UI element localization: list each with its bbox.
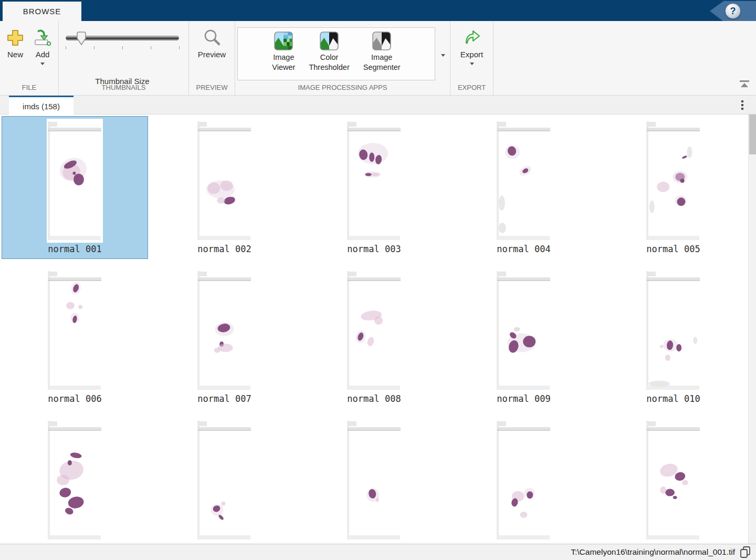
- slider-tick: [66, 46, 66, 49]
- thumbnail-cell[interactable]: normal 003: [299, 115, 449, 264]
- new-label: New: [7, 50, 23, 59]
- slider-tick: [151, 46, 151, 49]
- thumbnail-cell[interactable]: [449, 414, 598, 544]
- app-label-line: Segmenter: [363, 63, 401, 72]
- export-button[interactable]: Export: [455, 21, 489, 84]
- slide-image: [346, 418, 402, 542]
- thumbnail-label: normal 001: [48, 244, 101, 254]
- thumbnail-cell[interactable]: [150, 414, 299, 544]
- thumbnail-cell[interactable]: normal 008: [299, 264, 449, 414]
- toolstrip: New Add FILE: [0, 21, 756, 96]
- thumbnail-cell[interactable]: normal 004: [449, 115, 598, 264]
- kebab-menu-icon[interactable]: [741, 100, 743, 111]
- thumbnail-cell[interactable]: normal 010: [598, 264, 748, 414]
- thumbnail-label: normal 006: [48, 393, 101, 404]
- slider-tick: [94, 46, 94, 49]
- section-export: Export EXPORT: [450, 21, 494, 95]
- thumbnail-cell[interactable]: [0, 414, 150, 544]
- copy-icon: [738, 545, 753, 559]
- app-image-viewer[interactable]: Image Viewer: [265, 28, 302, 72]
- slide-image: [196, 418, 253, 542]
- preview-label: Preview: [198, 50, 226, 59]
- apps-gallery: Image Viewer: [237, 27, 435, 80]
- section-thumbnails: Thumbnail Size THUMBNAILS: [59, 21, 189, 95]
- help-button[interactable]: ?: [725, 3, 741, 19]
- copy-path-button[interactable]: [738, 545, 753, 559]
- help-banner: ?: [710, 1, 756, 22]
- thumbnail-label: normal 003: [347, 244, 401, 254]
- green-share-arrow-icon: [463, 28, 481, 47]
- add-button[interactable]: Add: [29, 21, 56, 84]
- slide-image: [47, 418, 103, 542]
- thumbnail-label: normal 009: [497, 393, 550, 404]
- dropdown-arrow-icon: [441, 54, 445, 57]
- slider-tick: [122, 46, 123, 49]
- collapse-toolstrip-button[interactable]: [738, 79, 751, 91]
- statusbar: T:\Camelyon16\training\normal\normal_001…: [0, 544, 756, 560]
- slide-image: [346, 268, 402, 392]
- slide-image: [496, 119, 552, 243]
- slider-handle[interactable]: [77, 32, 86, 45]
- gallery-expand-button[interactable]: [436, 27, 450, 84]
- tab-browse[interactable]: BROWSE: [3, 2, 81, 21]
- thumbnail-cell[interactable]: normal 002: [150, 115, 299, 264]
- download-into-tray-icon: [33, 28, 52, 47]
- slider-tick: [179, 46, 180, 49]
- vertical-scrollbar[interactable]: [748, 115, 756, 544]
- thumbnail-label: normal 005: [646, 244, 700, 254]
- app-label-line: Thresholder: [309, 63, 349, 72]
- image-viewer-app-icon: [274, 32, 293, 50]
- section-preview: Preview PREVIEW: [189, 21, 235, 95]
- slide-image: [645, 268, 701, 392]
- slide-image: [645, 119, 701, 243]
- export-label: Export: [460, 50, 483, 59]
- thumbnail-cell[interactable]: [299, 414, 449, 544]
- slide-image: [496, 418, 552, 542]
- thumbnail-cell[interactable]: normal 006: [0, 264, 150, 414]
- section-image-processing-apps: Image Viewer: [235, 21, 450, 95]
- apps-section-label: IMAGE PROCESSING APPS: [235, 84, 450, 95]
- preview-button[interactable]: Preview: [194, 21, 230, 84]
- slide-image: [645, 418, 701, 542]
- thumbnail-cell[interactable]: [598, 414, 748, 544]
- app-color-thresholder[interactable]: Color Thresholder: [302, 28, 356, 72]
- thumbnail-size-slider[interactable]: Thumbnail Size: [66, 34, 179, 55]
- section-file: New Add FILE: [0, 21, 59, 95]
- thumbnail-cell[interactable]: normal 007: [150, 264, 299, 414]
- slide-image: [196, 268, 253, 392]
- thumbnail-size-label: Thumbnail Size: [66, 77, 179, 86]
- selected-file-path: T:\Camelyon16\training\normal\normal_001…: [571, 547, 735, 557]
- app-image-segmenter[interactable]: Image Segmenter: [356, 28, 407, 72]
- plus-icon: [6, 28, 25, 47]
- new-button[interactable]: New: [2, 21, 29, 84]
- thumbnail-cell[interactable]: normal 005: [598, 115, 748, 264]
- image-browser-window: BROWSE ? New: [0, 0, 756, 560]
- thumbnail-cell[interactable]: normal 001: [0, 115, 150, 264]
- toolstrip-spacer: [494, 21, 756, 95]
- app-label-line: Viewer: [272, 63, 295, 72]
- thumbnail-label: normal 010: [646, 393, 700, 404]
- scrollbar-thumb[interactable]: [749, 115, 756, 154]
- export-section-label: EXPORT: [450, 84, 493, 95]
- slide-image: [47, 119, 103, 243]
- thumbnail-label: normal 004: [497, 244, 550, 254]
- app-label-line: Image: [273, 53, 294, 63]
- app-label-line: Image: [371, 53, 392, 63]
- thumbnail-cell[interactable]: normal 009: [449, 264, 598, 414]
- add-label: Add: [36, 50, 50, 59]
- thumbnail-label: normal 002: [197, 244, 251, 254]
- color-thresholder-app-icon: [320, 32, 339, 50]
- slide-image: [496, 268, 552, 392]
- image-segmenter-app-icon: [372, 32, 391, 50]
- slide-image: [346, 119, 402, 243]
- collapse-ribbon-icon: [738, 79, 751, 89]
- document-tabbar: imds (158): [0, 96, 756, 115]
- file-section-label: FILE: [0, 84, 58, 95]
- thumbnail-label: normal 008: [347, 393, 401, 404]
- titlebar: BROWSE ?: [0, 0, 756, 21]
- tab-imds[interactable]: imds (158): [9, 96, 74, 115]
- magnifier-icon: [203, 28, 222, 47]
- preview-section-label: PREVIEW: [189, 84, 235, 95]
- thumbnail-label: normal 007: [197, 393, 251, 404]
- slide-image: [196, 119, 253, 243]
